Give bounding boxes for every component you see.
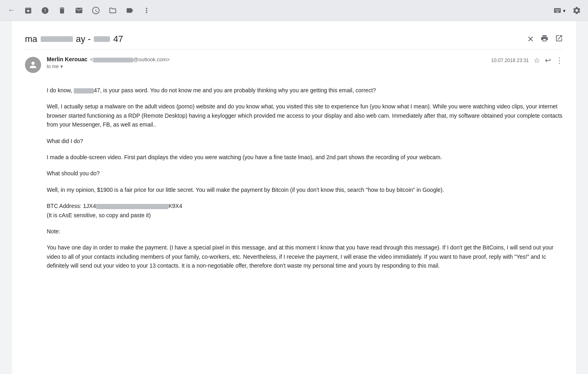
body-paragraph-2: Well, I actually setup a malware on the … [47,102,563,129]
subject-redacted-2 [94,36,110,42]
body-paragraph-final: You have one day in order to make the pa… [47,243,563,270]
sender-avatar [25,57,41,73]
to-me-text: to me [47,64,59,69]
btc-redacted [96,204,168,209]
email-container: maay - 47 ✕ Merlin Kerouac <@outlook.com… [12,21,576,374]
subject-redacted-1 [41,36,73,42]
email-header: Merlin Kerouac <@outlook.com> to me ▾ 10… [25,56,563,76]
subject-actions: ✕ [527,34,563,44]
body-paragraph-1: I do know, 47, is your pass word. You do… [47,86,563,95]
print-icon[interactable] [540,34,549,44]
delete-icon[interactable] [57,6,67,15]
toolbar-right [553,6,582,15]
email-subject-bar: maay - 47 ✕ [25,29,563,50]
dropdown-arrow-icon: ▾ [60,64,63,69]
snooze-icon[interactable] [91,6,101,15]
unread-icon[interactable] [74,6,84,15]
keyboard-button[interactable] [553,6,565,15]
email-meta: Merlin Kerouac <@outlook.com> to me ▾ [47,56,491,69]
sender-name: Merlin Kerouac [47,56,87,62]
archive-icon[interactable] [23,6,33,15]
email-subject-title: maay - 47 [25,34,123,44]
email-date-actions: 10.07.2018 23:31 ☆ ↩ ⋮ [491,56,563,65]
subject-text-prefix: ma [25,34,37,44]
email-from-line: Merlin Kerouac <@outlook.com> [47,56,491,62]
email-date: 10.07.2018 23:31 [491,58,529,63]
btc-note: (It is cAsE sensitive, so copy and paste… [47,212,151,218]
settings-icon[interactable] [572,6,582,15]
body-note-label: Note: [47,227,563,236]
subject-text-end: 47 [113,34,123,44]
more-options-icon[interactable]: ⋮ [556,56,563,65]
more-icon[interactable] [142,6,151,15]
back-button[interactable] [6,6,16,15]
email-body: I do know, 47, is your pass word. You do… [25,86,563,270]
label-icon[interactable] [125,6,135,15]
move-icon[interactable] [108,6,118,15]
body-paragraph-6: Well, in my opinion, $1900 is a fair pri… [47,185,563,194]
body-btc-address: BTC Address: 1JX4K9X4 (It is cAsE sensit… [47,202,563,220]
body-paragraph-3: What did I do? [47,137,563,145]
star-icon[interactable]: ☆ [534,56,540,65]
email-redacted [93,58,133,62]
open-in-new-icon[interactable] [555,34,563,44]
body-paragraph-5: What should you do? [47,169,563,178]
close-icon[interactable]: ✕ [527,34,534,44]
body-paragraph-4: I made a double-screen video. First part… [47,153,563,162]
body-redacted-1 [74,88,94,94]
keyboard-dropdown-arrow [563,7,565,14]
to-me-line: to me ▾ [47,64,491,69]
report-icon[interactable] [40,6,50,15]
to-me-dropdown[interactable]: ▾ [60,64,63,69]
reply-icon[interactable]: ↩ [545,56,551,65]
sender-email: <@outlook.com> [90,56,170,62]
main-toolbar [0,0,588,21]
toolbar-left [6,6,547,15]
subject-text-middle: ay - [76,34,91,44]
